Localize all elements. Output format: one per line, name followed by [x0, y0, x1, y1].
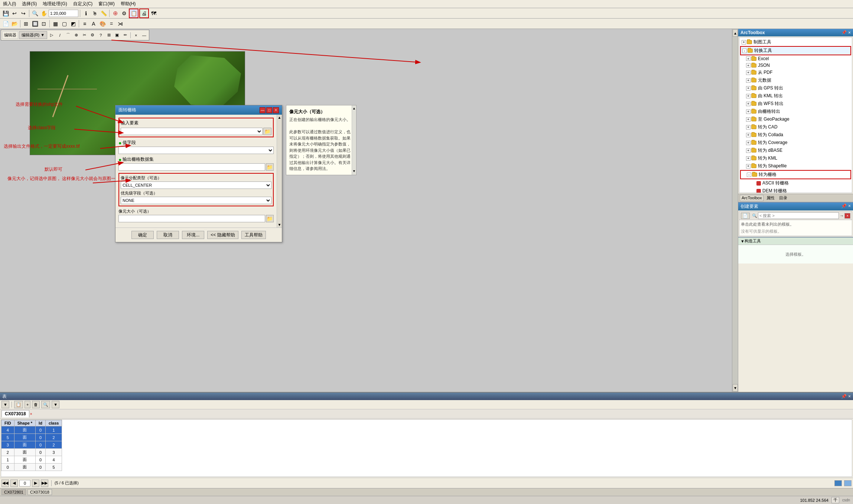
expand-dbase[interactable]: +	[746, 148, 751, 153]
info-scrollbar[interactable]: ▲ ▼	[352, 105, 356, 175]
tree-item-convert[interactable]: - 转换工具	[740, 46, 851, 55]
edit-tool1[interactable]: ▷	[48, 32, 55, 39]
clear-select-btn[interactable]: ▢	[60, 20, 68, 28]
priority-select[interactable]: NONE	[121, 197, 271, 204]
tree-item-dem[interactable]: DEM 转栅格	[740, 187, 851, 193]
dialog-close-btn[interactable]: ×	[273, 107, 279, 113]
tree-item-dbase[interactable]: + 转为 dBASE	[740, 147, 851, 154]
tab-cx073018[interactable]: CX073018	[27, 489, 52, 495]
tree-item-coverage[interactable]: + 转为 Coverage	[740, 139, 851, 147]
tab-properties[interactable]: 属性	[765, 195, 776, 201]
create-search-input[interactable]	[758, 212, 839, 219]
edit-tool9[interactable]: ▣	[113, 32, 121, 39]
edit-tool8[interactable]: ⊞	[105, 32, 113, 39]
create-close-icon[interactable]: ×	[848, 203, 851, 210]
table-pin-icon[interactable]: 📌	[841, 394, 847, 399]
tree-item-cartography[interactable]: + 制图工具	[740, 38, 851, 46]
menu-window[interactable]: 窗口(W)	[97, 0, 116, 8]
expand-convert[interactable]: -	[742, 49, 747, 53]
table-row[interactable]: 4 面 0 1	[1, 426, 62, 434]
table-row[interactable]: 5 面 0 2	[1, 434, 62, 441]
new-btn[interactable]: 📄	[1, 20, 10, 28]
edit-tool3[interactable]: ⌒	[64, 32, 72, 39]
zoom-display[interactable]: 千	[831, 497, 839, 503]
tree-item-shapefile[interactable]: + 转为 Shapefile	[740, 162, 851, 170]
value-field-select[interactable]	[118, 147, 274, 154]
dialog-tool-btn[interactable]: 工具帮助	[241, 231, 266, 239]
join-btn[interactable]: ⋊	[116, 20, 124, 28]
pin-icon[interactable]: 📌	[841, 30, 847, 35]
expand-wfs[interactable]: +	[746, 102, 751, 106]
expand-to-raster[interactable]: -	[747, 173, 751, 177]
expand-gps[interactable]: +	[746, 86, 751, 91]
output-browse-btn[interactable]: 📁	[266, 163, 274, 171]
cell-size-browse-btn[interactable]: 📁	[266, 215, 274, 222]
open-btn[interactable]: 📂	[10, 20, 19, 28]
tab-arctoolbox[interactable]: ArcToolbox	[740, 195, 764, 201]
map-panel[interactable]: 编辑器 编辑器(R) ▼ ▷ / ⌒ ⊕ ✂ ⚙ ? ⊞ ▣ ✏ × —	[0, 29, 738, 392]
tree-item-kml-out[interactable]: + 由 KML 转出	[740, 92, 851, 100]
editor-min[interactable]: —	[140, 32, 148, 39]
table-del-btn[interactable]: 🗑	[32, 401, 40, 408]
invert-btn[interactable]: ◩	[69, 20, 77, 28]
tab-catalog[interactable]: 目录	[778, 195, 789, 201]
dialog-hide-btn[interactable]: << 隐藏帮助	[207, 231, 238, 239]
menu-customize[interactable]: 自定义(C)	[72, 0, 94, 8]
col-class[interactable]: class	[45, 420, 62, 426]
expand-raster-out[interactable]: +	[746, 109, 751, 114]
dialog-cancel-btn[interactable]: 取消	[157, 231, 179, 239]
select-btn[interactable]: 🖱	[91, 9, 99, 17]
menu-insert[interactable]: 插入(I)	[1, 0, 17, 8]
expand-cad[interactable]: +	[746, 125, 751, 130]
create-search-go-icon[interactable]: →	[840, 213, 844, 218]
menu-help[interactable]: 帮助(H)	[119, 0, 137, 8]
tree-item-pdf[interactable]: + 从 PDF	[740, 69, 851, 76]
attr-table-btn[interactable]: ≡	[81, 20, 89, 28]
edit-tool10[interactable]: ✏	[121, 32, 129, 39]
dialog-scrollbar[interactable]: ▲ ▼	[277, 115, 282, 228]
settings-btn[interactable]: ⚙	[120, 9, 128, 17]
create-close-btn[interactable]: ×	[844, 213, 850, 219]
tree-item-cad[interactable]: + 转为 CAD	[740, 123, 851, 131]
nav-prev-btn[interactable]: ◀	[10, 480, 18, 487]
tree-item-wfs[interactable]: + 由 WFS 转出	[740, 100, 851, 108]
layout-btn[interactable]: 📋	[129, 9, 139, 18]
col-shape[interactable]: Shape *	[14, 420, 35, 426]
full-extent-btn[interactable]: ⊡	[40, 20, 48, 28]
create-pin-icon[interactable]: 📌	[841, 203, 847, 210]
col-id[interactable]: Id	[36, 420, 46, 426]
expand-excel[interactable]: +	[746, 56, 751, 61]
scale-input[interactable]: 1:20,000	[49, 10, 78, 17]
tree-item-collada[interactable]: + 转为 Collada	[740, 131, 851, 139]
nav-next-btn[interactable]: ▶	[32, 480, 39, 487]
table-area[interactable]: FID Shape * Id class 4 面 0 15 面	[1, 419, 852, 477]
tree-item-geopackage[interactable]: + 至 GeoPackage	[740, 115, 851, 123]
input-select[interactable]	[121, 128, 263, 135]
tree-item-json[interactable]: + JSON	[740, 62, 851, 69]
expand-cartography[interactable]: +	[742, 40, 746, 45]
render-btn[interactable]: 🎨	[98, 20, 107, 28]
expand-json[interactable]: +	[746, 63, 751, 68]
measure-btn[interactable]: 📏	[100, 9, 108, 17]
expand-pdf[interactable]: +	[746, 71, 751, 75]
zoom-in-btn[interactable]: 🔍	[31, 9, 39, 17]
editor-button[interactable]: 编辑器(R) ▼	[19, 31, 47, 39]
print-btn[interactable]: 🖨	[139, 9, 149, 18]
identify-btn[interactable]: ℹ	[82, 9, 90, 17]
save-btn[interactable]: 💾	[1, 9, 10, 17]
expand-shapefile[interactable]: +	[746, 164, 751, 168]
nav-first-btn[interactable]: ◀◀	[1, 480, 9, 487]
table-tab-cx073018[interactable]: CX073018	[1, 410, 29, 418]
table-search-btn[interactable]: 🔍	[41, 401, 50, 408]
dialog-maximize[interactable]: □	[266, 107, 272, 113]
tree-item-meta[interactable]: + 元数据	[740, 76, 851, 84]
map-btn[interactable]: 🗺	[150, 9, 158, 17]
tree-item-gps[interactable]: + 由 GPS 转出	[740, 84, 851, 92]
table-options-btn[interactable]: ▼	[1, 401, 9, 408]
label-btn[interactable]: A	[89, 20, 98, 28]
table-row[interactable]: 2 面 0 3	[1, 449, 62, 456]
table-close-icon[interactable]: ×	[848, 394, 851, 399]
edit-tool5[interactable]: ✂	[81, 32, 88, 39]
edit-tool2[interactable]: /	[56, 32, 64, 39]
undo-btn[interactable]: ↩	[10, 9, 19, 17]
